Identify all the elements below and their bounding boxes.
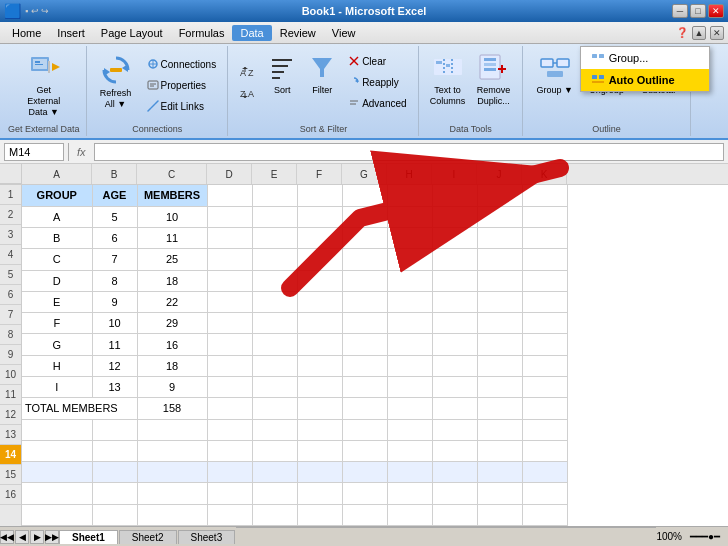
- sheet-tab-3[interactable]: Sheet3: [178, 530, 236, 544]
- cell-C11[interactable]: 158: [137, 398, 207, 419]
- cell-B6[interactable]: 9: [92, 291, 137, 312]
- menu-page-layout[interactable]: Page Layout: [93, 25, 171, 41]
- cell-G6[interactable]: [342, 291, 387, 312]
- col-header-A[interactable]: A: [22, 164, 92, 184]
- cell-C7[interactable]: 29: [137, 313, 207, 334]
- properties-btn[interactable]: Properties: [142, 75, 222, 95]
- cell-C9[interactable]: 18: [137, 355, 207, 376]
- row-num-9[interactable]: 9: [0, 345, 21, 365]
- cell-G15[interactable]: [342, 483, 387, 504]
- row-num-2[interactable]: 2: [0, 205, 21, 225]
- cell-F2[interactable]: [297, 206, 342, 227]
- cell-K11[interactable]: [522, 398, 567, 419]
- cell-A12[interactable]: [22, 419, 92, 440]
- cell-C14[interactable]: [137, 462, 207, 483]
- cell-F10[interactable]: [297, 377, 342, 398]
- cell-E2[interactable]: [252, 206, 297, 227]
- group-menu-item[interactable]: Group...: [581, 47, 709, 69]
- cell-J4[interactable]: [477, 249, 522, 270]
- row-num-16[interactable]: 16: [0, 485, 21, 505]
- menu-insert[interactable]: Insert: [49, 25, 93, 41]
- cell-D8[interactable]: [207, 334, 252, 355]
- close-btn[interactable]: ✕: [708, 4, 724, 18]
- cell-K13[interactable]: [522, 440, 567, 461]
- row-num-15[interactable]: 15: [0, 465, 21, 485]
- sheet-nav-first[interactable]: ◀◀: [0, 530, 14, 544]
- cell-E10[interactable]: [252, 377, 297, 398]
- cell-H6[interactable]: [387, 291, 432, 312]
- cell-E13[interactable]: [252, 440, 297, 461]
- cell-A13[interactable]: [22, 440, 92, 461]
- cell-C10[interactable]: 9: [137, 377, 207, 398]
- cell-A3[interactable]: B: [22, 228, 92, 249]
- cell-J2[interactable]: [477, 206, 522, 227]
- col-header-G[interactable]: G: [342, 164, 387, 184]
- col-header-B[interactable]: B: [92, 164, 137, 184]
- cell-C16[interactable]: [137, 504, 207, 525]
- cell-C6[interactable]: 22: [137, 291, 207, 312]
- group-btn[interactable]: Group ▼: [530, 48, 580, 116]
- cell-K15[interactable]: [522, 483, 567, 504]
- cell-G2[interactable]: [342, 206, 387, 227]
- col-header-D[interactable]: D: [207, 164, 252, 184]
- cell-J11[interactable]: [477, 398, 522, 419]
- cell-F16[interactable]: [297, 504, 342, 525]
- sheet-tab-1[interactable]: Sheet1: [59, 530, 118, 544]
- cell-B14[interactable]: [92, 462, 137, 483]
- restore-btn[interactable]: □: [690, 4, 706, 18]
- cell-E16[interactable]: [252, 504, 297, 525]
- row-num-3[interactable]: 3: [0, 225, 21, 245]
- cell-G5[interactable]: [342, 270, 387, 291]
- cell-K16[interactable]: [522, 504, 567, 525]
- ribbon-minimize-btn[interactable]: ▲: [692, 26, 706, 40]
- sheet-tab-2[interactable]: Sheet2: [119, 530, 177, 544]
- cell-J13[interactable]: [477, 440, 522, 461]
- cell-K3[interactable]: [522, 228, 567, 249]
- cell-J3[interactable]: [477, 228, 522, 249]
- sheet-nav-next[interactable]: ▶: [30, 530, 44, 544]
- cell-D15[interactable]: [207, 483, 252, 504]
- cell-H8[interactable]: [387, 334, 432, 355]
- cell-H14[interactable]: [387, 462, 432, 483]
- cell-G11[interactable]: [342, 398, 387, 419]
- cell-D12[interactable]: [207, 419, 252, 440]
- row-num-4[interactable]: 4: [0, 245, 21, 265]
- sort-btn[interactable]: Sort: [263, 48, 301, 116]
- col-header-I[interactable]: I: [432, 164, 477, 184]
- help-icon[interactable]: ❓: [676, 27, 688, 38]
- cell-D11[interactable]: [207, 398, 252, 419]
- cell-I14[interactable]: [432, 462, 477, 483]
- cell-I4[interactable]: [432, 249, 477, 270]
- cell-D9[interactable]: [207, 355, 252, 376]
- text-to-columns-btn[interactable]: Text toColumns: [426, 48, 470, 116]
- cell-G1[interactable]: [342, 185, 387, 206]
- advanced-btn[interactable]: Advanced: [343, 93, 411, 113]
- cell-E9[interactable]: [252, 355, 297, 376]
- cell-H10[interactable]: [387, 377, 432, 398]
- cell-D14[interactable]: [207, 462, 252, 483]
- cell-G16[interactable]: [342, 504, 387, 525]
- cell-F13[interactable]: [297, 440, 342, 461]
- cell-K4[interactable]: [522, 249, 567, 270]
- get-external-data-btn[interactable]: Get ExternalData ▼: [20, 48, 68, 116]
- cell-A6[interactable]: E: [22, 291, 92, 312]
- cell-E7[interactable]: [252, 313, 297, 334]
- cell-E6[interactable]: [252, 291, 297, 312]
- cell-I6[interactable]: [432, 291, 477, 312]
- cell-B1[interactable]: AGE: [92, 185, 137, 206]
- cell-J10[interactable]: [477, 377, 522, 398]
- cell-K1[interactable]: [522, 185, 567, 206]
- cell-A9[interactable]: H: [22, 355, 92, 376]
- cell-J12[interactable]: [477, 419, 522, 440]
- filter-btn[interactable]: Filter: [303, 48, 341, 116]
- cell-A5[interactable]: D: [22, 270, 92, 291]
- col-header-H[interactable]: H: [387, 164, 432, 184]
- cell-H12[interactable]: [387, 419, 432, 440]
- cell-J16[interactable]: [477, 504, 522, 525]
- cell-I13[interactable]: [432, 440, 477, 461]
- remove-duplicates-btn[interactable]: RemoveDuplic...: [472, 48, 516, 116]
- ribbon-close-btn[interactable]: ✕: [710, 26, 724, 40]
- row-num-5[interactable]: 5: [0, 265, 21, 285]
- cell-E12[interactable]: [252, 419, 297, 440]
- cell-G9[interactable]: [342, 355, 387, 376]
